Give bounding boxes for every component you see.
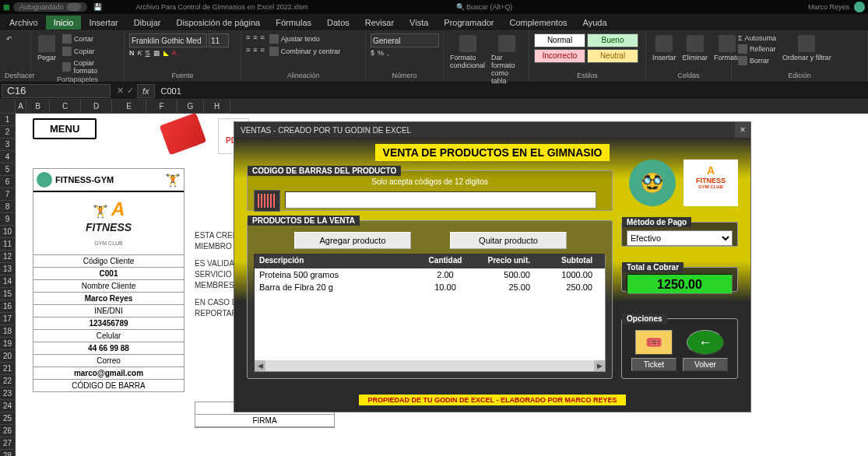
fx-icon[interactable]: fx: [137, 84, 155, 98]
col-qty[interactable]: Cantidad: [418, 254, 473, 268]
wrap-text-button[interactable]: Ajustar texto: [268, 33, 322, 44]
align-center-icon[interactable]: ≡: [253, 46, 257, 57]
font-size-select[interactable]: [209, 33, 229, 47]
tab-programador[interactable]: Programador: [436, 16, 501, 30]
col-B[interactable]: B: [26, 100, 50, 114]
align-bot-icon[interactable]: ≡: [261, 33, 265, 44]
barcode-hint: Solo acepta códigos de 12 digitos: [248, 177, 612, 186]
tab-inicio[interactable]: Inicio: [46, 16, 82, 30]
ticket-button[interactable]: 🎟️ Ticket: [631, 327, 676, 371]
merge-button[interactable]: Combinar y centrar: [268, 46, 343, 57]
comma-icon[interactable]: ,: [387, 49, 389, 57]
cut-button[interactable]: Cortar: [61, 33, 119, 44]
delete-cells-button[interactable]: Eliminar: [681, 33, 710, 63]
clear-button[interactable]: Borrar: [736, 55, 778, 66]
conditional-format-button[interactable]: Formato condicional: [448, 33, 487, 71]
tab-revisar[interactable]: Revisar: [357, 16, 402, 30]
eraser-image[interactable]: [160, 113, 207, 156]
avatar[interactable]: [854, 2, 865, 12]
align-left-icon[interactable]: ≡: [246, 46, 250, 57]
col-F[interactable]: F: [146, 100, 177, 114]
fill-button[interactable]: Rellenar: [736, 44, 778, 54]
sort-filter-button[interactable]: Ordenar y filtrar: [781, 33, 833, 63]
number-format-select[interactable]: [371, 33, 439, 47]
accept-icon[interactable]: ✓: [127, 86, 134, 96]
label-correo: Correo: [33, 354, 184, 367]
tab-datos[interactable]: Datos: [319, 16, 357, 30]
card-brand: FITNESS-GYM: [55, 175, 114, 184]
col-E[interactable]: E: [112, 100, 146, 114]
style-neutral[interactable]: Neutral: [587, 49, 638, 63]
row-headers[interactable]: 1234567891011121314151617181920212223242…: [0, 114, 16, 456]
bold-button[interactable]: N: [129, 49, 135, 57]
tab-disposicion[interactable]: Disposición de página: [169, 16, 269, 30]
barcode-input[interactable]: [285, 191, 596, 209]
payment-select[interactable]: Efectivo: [627, 230, 733, 246]
cond-fmt-icon: [459, 35, 476, 52]
autosave-toggle[interactable]: Autoguardado: [13, 2, 87, 12]
tab-complementos[interactable]: Complementos: [502, 16, 575, 30]
style-normal[interactable]: Normal: [534, 33, 585, 47]
col-G[interactable]: G: [177, 100, 204, 114]
add-product-button[interactable]: Agregar producto: [294, 232, 411, 249]
format-painter-button[interactable]: Copiar formato: [61, 58, 119, 75]
col-C[interactable]: C: [50, 100, 81, 114]
dialog-close-button[interactable]: ×: [735, 122, 750, 138]
tab-ayuda[interactable]: Ayuda: [575, 16, 615, 30]
products-list[interactable]: Descripción Cantidad Precio unit. Subtot…: [254, 254, 606, 372]
format-as-table-button[interactable]: Dar formato como tabla: [490, 33, 524, 86]
list-row[interactable]: Proteina 500 gramos 2.00 500.00 1000.00: [255, 268, 605, 281]
autosum-button[interactable]: ΣAutosuma: [736, 33, 778, 43]
col-H[interactable]: H: [204, 100, 230, 114]
list-scrollbar[interactable]: ◀▶: [255, 360, 605, 371]
undo-button[interactable]: ↶: [5, 33, 14, 44]
align-top-icon[interactable]: ≡: [246, 33, 250, 44]
list-row[interactable]: Barra de Fibra 20 g 10.00 25.00 250.00: [255, 281, 605, 293]
copy-button[interactable]: Copiar: [61, 46, 119, 57]
font-color-button[interactable]: A: [172, 49, 177, 57]
border-button[interactable]: ▦: [153, 49, 160, 57]
underline-button[interactable]: S: [146, 49, 150, 57]
excel-icon: ▦: [3, 3, 10, 11]
brush-icon: [62, 62, 71, 72]
percent-icon[interactable]: %: [378, 49, 384, 57]
col-A[interactable]: A: [16, 100, 26, 114]
fill-color-button[interactable]: ◣: [163, 49, 169, 57]
col-desc[interactable]: Descripción: [255, 254, 418, 268]
align-mid-icon[interactable]: ≡: [253, 33, 257, 44]
back-button[interactable]: ← Volver: [683, 327, 728, 371]
save-icon[interactable]: 💾: [93, 3, 102, 11]
tab-insertar[interactable]: Insertar: [81, 16, 125, 30]
col-price[interactable]: Precio unit.: [473, 254, 535, 268]
col-D[interactable]: D: [81, 100, 112, 114]
name-box[interactable]: [2, 84, 111, 98]
tab-formulas[interactable]: Fórmulas: [268, 16, 319, 30]
search-box[interactable]: 🔍 Buscar (Alt+Q): [456, 3, 513, 11]
cancel-icon[interactable]: ✕: [117, 86, 124, 96]
italic-button[interactable]: K: [138, 49, 142, 57]
formula-text[interactable]: C001: [161, 86, 181, 96]
col-sub[interactable]: Subtotal: [535, 254, 597, 268]
tab-archivo[interactable]: Archivo: [2, 16, 46, 30]
payment-legend: Método de Pago: [622, 217, 691, 227]
cut-icon: [62, 34, 72, 44]
label-ine: INE/DNI: [33, 304, 184, 317]
insert-icon: [655, 35, 673, 52]
style-good[interactable]: Bueno: [587, 33, 638, 47]
dialog-title: VENTAS - CREADO POR TU GODIN DE EXCEL: [234, 122, 750, 138]
fitness-mini-logo: 🏋️: [165, 173, 181, 188]
paste-button[interactable]: Pegar: [36, 33, 58, 63]
font-name-select[interactable]: [129, 33, 207, 47]
tab-dibujar[interactable]: Dibujar: [126, 16, 169, 30]
table-icon: [498, 35, 515, 52]
align-right-icon[interactable]: ≡: [261, 46, 265, 57]
remove-product-button[interactable]: Quitar producto: [450, 232, 567, 249]
value-codigo: C001: [33, 267, 184, 279]
value-ine: 123456789: [33, 317, 184, 329]
currency-icon[interactable]: $: [371, 49, 374, 57]
insert-cells-button[interactable]: Insertar: [651, 33, 678, 63]
tab-vista[interactable]: Vista: [402, 16, 436, 30]
style-bad[interactable]: Incorrecto: [534, 49, 585, 63]
user-name[interactable]: Marco Reyes: [808, 3, 849, 11]
menu-button[interactable]: MENU: [33, 118, 97, 139]
